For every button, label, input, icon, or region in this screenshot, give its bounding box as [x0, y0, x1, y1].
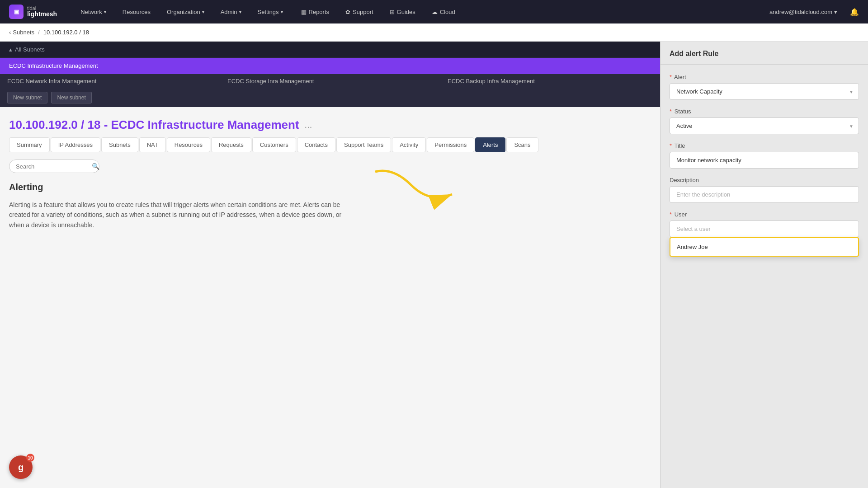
search-input[interactable]: [16, 163, 92, 170]
breadcrumb-separator: /: [38, 29, 40, 36]
tree-cell-network-infra[interactable]: ECDC Network Infra Management: [0, 74, 220, 88]
new-subnet-button-2[interactable]: New subnet: [51, 92, 91, 103]
nav-guides[interactable]: ⊞ Guides: [390, 9, 415, 15]
status-select[interactable]: Active: [670, 117, 859, 134]
tree-cell-storage-infra[interactable]: ECDC Storage Inra Management: [220, 74, 440, 88]
chevron-down-icon: ▾: [104, 9, 106, 14]
title-field-group: * Title: [670, 142, 859, 169]
alert-rule-form: * Alert Network Capacity * Status Act: [660, 65, 868, 246]
support-icon: ✿: [345, 9, 350, 15]
nav-cloud[interactable]: ☁ Cloud: [432, 9, 455, 15]
tab-requests[interactable]: Requests: [211, 137, 251, 152]
tab-contacts[interactable]: Contacts: [297, 137, 335, 152]
logo-icon: ▣: [9, 5, 24, 19]
avatar-letter: g: [18, 462, 24, 473]
tab-subnets[interactable]: Subnets: [101, 137, 138, 152]
alerting-title: Alerting: [9, 182, 651, 192]
user-avatar[interactable]: g 10: [9, 455, 33, 479]
page-title: 10.100.192.0 / 18 - ECDC Infrastructure …: [9, 118, 299, 132]
tree-root-all-subnets[interactable]: ▴ All Subnets: [0, 42, 660, 58]
status-label: * Status: [670, 108, 859, 115]
tree-arrow-icon: ▴: [9, 46, 12, 53]
description-field-group: Description: [670, 177, 859, 203]
alert-required-marker: *: [670, 74, 672, 80]
chevron-down-icon: ▾: [202, 9, 204, 14]
tab-summary[interactable]: Summary: [9, 137, 50, 152]
tab-support-teams[interactable]: Support Teams: [336, 137, 391, 152]
alert-select[interactable]: Network Capacity: [670, 83, 859, 100]
title-input[interactable]: [670, 152, 859, 169]
breadcrumb-current: 10.100.192.0 / 18: [43, 29, 89, 36]
chevron-down-icon: ▾: [281, 9, 283, 14]
alerting-description: Alerting is a feature that allows you to…: [9, 200, 353, 230]
search-box[interactable]: 🔍: [9, 160, 99, 173]
title-label: * Title: [670, 142, 859, 149]
logo-text: tidal lightmesh: [27, 5, 57, 18]
search-row: 🔍: [0, 160, 660, 182]
chart-icon: ▦: [301, 9, 307, 15]
alert-select-wrap[interactable]: Network Capacity: [670, 83, 859, 100]
page-title-row: 10.100.192.0 / 18 - ECDC Infrastructure …: [0, 107, 660, 137]
tab-activity[interactable]: Activity: [392, 137, 426, 152]
user-field-group: * User Select a user Andrew Joe: [670, 211, 859, 237]
nav-network[interactable]: Network ▾: [79, 6, 108, 18]
page-options-button[interactable]: ...: [305, 120, 312, 130]
chevron-down-icon: ▾: [239, 9, 241, 14]
alerting-section: Alerting Alerting is a feature that allo…: [0, 182, 660, 239]
tab-ip-addresses[interactable]: IP Addresses: [51, 137, 100, 152]
cloud-icon: ☁: [432, 9, 438, 15]
title-required-marker: *: [670, 142, 672, 149]
user-option-andrew-joe[interactable]: Andrew Joe: [670, 238, 858, 256]
logo-bottom: lightmesh: [27, 11, 57, 18]
avatar-notification-badge: 10: [26, 454, 34, 462]
nav-support[interactable]: ✿ Support: [345, 9, 373, 15]
book-icon: ⊞: [390, 9, 395, 15]
tab-bar: Summary IP Addresses Subnets NAT Resourc…: [0, 137, 660, 160]
tree-row-1: ECDC Network Infra Management ECDC Stora…: [0, 74, 660, 88]
status-select-wrap[interactable]: Active: [670, 117, 859, 134]
user-dropdown-wrap: Select a user Andrew Joe: [670, 221, 859, 237]
tab-scans[interactable]: Scans: [506, 137, 538, 152]
user-label: * User: [670, 211, 859, 218]
nav-organization[interactable]: Organization ▾: [165, 6, 206, 18]
nav-resources[interactable]: Resources: [121, 6, 152, 18]
status-required-marker: *: [670, 108, 672, 115]
description-input[interactable]: [670, 186, 859, 203]
alert-field-group: * Alert Network Capacity: [670, 74, 859, 100]
app-logo[interactable]: ▣ tidal lightmesh: [9, 5, 57, 19]
notification-bell[interactable]: 🔔: [850, 8, 859, 16]
nav-settings[interactable]: Settings ▾: [256, 6, 285, 18]
user-required-marker: *: [670, 211, 672, 218]
user-select-input[interactable]: Select a user: [670, 221, 859, 237]
alert-label: * Alert: [670, 74, 859, 80]
tree-cell-backup-infra[interactable]: ECDC Backup Infra Management: [440, 74, 660, 88]
tab-permissions[interactable]: Permissions: [427, 137, 474, 152]
tab-alerts[interactable]: Alerts: [475, 137, 505, 152]
breadcrumb-back[interactable]: ‹ Subnets: [9, 29, 34, 36]
tab-customers[interactable]: Customers: [252, 137, 296, 152]
left-panel: ▴ All Subnets ECDC Infrastructure Manage…: [0, 42, 660, 488]
new-subnet-button-1[interactable]: New subnet: [7, 92, 47, 103]
back-icon: ‹: [9, 29, 11, 36]
nav-admin[interactable]: Admin ▾: [219, 6, 243, 18]
chevron-down-icon: ▾: [834, 9, 837, 15]
user-dropdown: Andrew Joe: [670, 237, 859, 257]
right-panel-header: Add alert Rule: [660, 42, 868, 65]
tree-item-ecdc-infra[interactable]: ECDC Infrastructure Management: [0, 58, 660, 74]
status-field-group: * Status Active: [670, 108, 859, 134]
top-navigation: ▣ tidal lightmesh Network ▾ Resources Or…: [0, 0, 868, 23]
nav-reports[interactable]: ▦ Reports: [301, 9, 330, 15]
search-icon: 🔍: [92, 163, 99, 170]
nav-user-menu[interactable]: andrew@tidalcloud.com ▾: [769, 9, 837, 15]
tree-new-subnet-row: New subnet New subnet: [0, 88, 660, 107]
tab-nat[interactable]: NAT: [139, 137, 166, 152]
tab-resources[interactable]: Resources: [167, 137, 210, 152]
subnet-tree: ▴ All Subnets ECDC Infrastructure Manage…: [0, 42, 660, 107]
description-label: Description: [670, 177, 859, 183]
right-panel: Add alert Rule * Alert Network Capacity …: [660, 42, 868, 488]
breadcrumb: ‹ Subnets / 10.100.192.0 / 18: [0, 23, 868, 42]
